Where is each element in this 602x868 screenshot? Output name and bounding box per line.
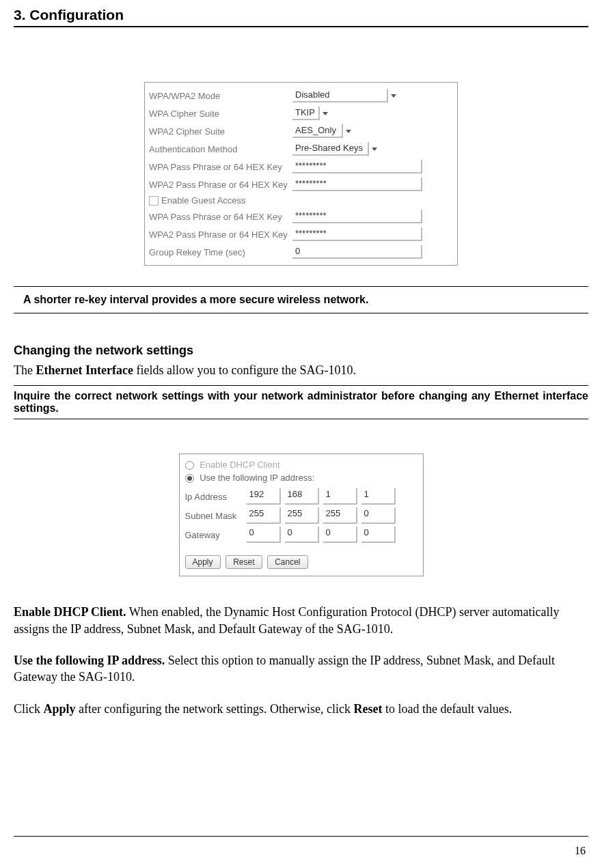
mask-octet-input[interactable]: 255 <box>247 507 281 524</box>
chevron-down-icon <box>372 148 377 151</box>
ip-octet-input[interactable]: 1 <box>361 488 396 505</box>
row-guest-wpa2-pass: WPA2 Pass Phrase or 64 HEX Key ********* <box>145 225 457 243</box>
label: Authentication Method <box>149 144 292 154</box>
static-option: Use the following IP address: <box>185 471 418 484</box>
rekey-time-input[interactable]: 0 <box>292 245 422 259</box>
label: WPA/WPA2 Mode <box>149 91 292 101</box>
guest-access-checkbox[interactable] <box>149 196 159 206</box>
row-auth-method: Authentication Method Pre-Shared Keys <box>145 140 457 158</box>
row-wpa-mode: WPA/WPA2 Mode Disabled <box>145 87 457 104</box>
reset-button[interactable]: Reset <box>225 555 262 569</box>
ip-octet-input[interactable]: 192 <box>247 488 281 505</box>
chevron-down-icon <box>391 94 396 98</box>
mask-octet-input[interactable]: 255 <box>323 507 357 524</box>
dhcp-radio[interactable] <box>185 461 194 470</box>
mask-octet-input[interactable]: 0 <box>361 507 396 524</box>
gw-octet-input[interactable]: 0 <box>361 527 396 543</box>
ip-octet-input[interactable]: 1 <box>323 488 357 505</box>
dhcp-option: Enable DHCP Client <box>185 458 418 471</box>
label: Use the following IP address: <box>200 473 314 483</box>
row-wpa2-cipher: WPA2 Cipher Suite AES_Only <box>145 122 457 140</box>
ip-octet-input[interactable]: 168 <box>285 488 319 505</box>
footer-rule <box>14 836 588 837</box>
divider <box>14 313 588 313</box>
divider <box>14 419 588 419</box>
wpa2-pass-input[interactable]: ********* <box>292 178 422 191</box>
label: WPA Cipher Suite <box>149 109 292 119</box>
apply-button[interactable]: Apply <box>185 555 221 569</box>
static-ip-radio[interactable] <box>185 474 194 483</box>
label: WPA2 Cipher Suite <box>149 126 292 137</box>
intro-text: The Ethernet Interface fields allow you … <box>14 362 588 378</box>
wpa-pass-input[interactable]: ********* <box>292 160 422 173</box>
subheading-network-settings: Changing the network settings <box>14 344 588 358</box>
label: WPA2 Pass Phrase or 64 HEX Key <box>149 180 292 190</box>
label: Enable Guest Access <box>161 195 246 206</box>
row-wpa-cipher: WPA Cipher Suite TKIP <box>145 104 457 122</box>
label: Group Rekey Time (sec) <box>149 247 292 257</box>
label: Gateway <box>185 530 243 540</box>
chevron-down-icon <box>323 112 328 115</box>
row-guest-wpa-pass: WPA Pass Phrase or 64 HEX Key ********* <box>145 208 457 225</box>
chevron-down-icon <box>346 130 351 133</box>
label: WPA Pass Phrase or 64 HEX Key <box>149 162 292 172</box>
wpa2-cipher-select[interactable]: AES_Only <box>292 124 343 138</box>
ip-settings-panel: Enable DHCP Client Use the following IP … <box>179 453 424 576</box>
warning-text: Inquire the correct network settings wit… <box>14 386 588 419</box>
wpa-settings-panel: WPA/WPA2 Mode Disabled WPA Cipher Suite … <box>144 82 458 266</box>
page-number: 16 <box>575 845 586 857</box>
label: WPA Pass Phrase or 64 HEX Key <box>149 212 292 222</box>
row-guest-access: Enable Guest Access <box>145 193 457 208</box>
note-rekey: A shorter re-key interval provides a mor… <box>14 287 588 313</box>
row-wpa-pass: WPA Pass Phrase or 64 HEX Key ********* <box>145 158 457 176</box>
mask-octet-input[interactable]: 255 <box>285 507 319 524</box>
page-title: 3. Configuration <box>14 7 588 26</box>
row-wpa2-pass: WPA2 Pass Phrase or 64 HEX Key ********* <box>145 176 457 193</box>
label: Ip Address <box>185 492 243 502</box>
row-rekey-time: Group Rekey Time (sec) 0 <box>145 243 457 261</box>
gw-octet-input[interactable]: 0 <box>247 527 281 543</box>
header-rule <box>14 26 588 27</box>
paragraph-static: Use the following IP address. Select thi… <box>14 652 588 686</box>
gw-octet-input[interactable]: 0 <box>285 527 319 543</box>
guest-wpa2-pass-input[interactable]: ********* <box>292 227 422 241</box>
wpa-mode-select[interactable]: Disabled <box>292 89 388 102</box>
gw-octet-input[interactable]: 0 <box>323 527 357 543</box>
cancel-button[interactable]: Cancel <box>267 555 307 569</box>
label: WPA2 Pass Phrase or 64 HEX Key <box>149 229 292 240</box>
paragraph-apply: Click Apply after configuring the networ… <box>14 701 588 717</box>
paragraph-dhcp: Enable DHCP Client. When enabled, the Dy… <box>14 604 588 637</box>
wpa-cipher-select[interactable]: TKIP <box>292 107 320 120</box>
auth-method-select[interactable]: Pre-Shared Keys <box>292 142 369 156</box>
label: Subnet Mask <box>185 511 243 521</box>
label: Enable DHCP Client <box>200 460 280 470</box>
guest-wpa-pass-input[interactable]: ********* <box>292 210 422 223</box>
